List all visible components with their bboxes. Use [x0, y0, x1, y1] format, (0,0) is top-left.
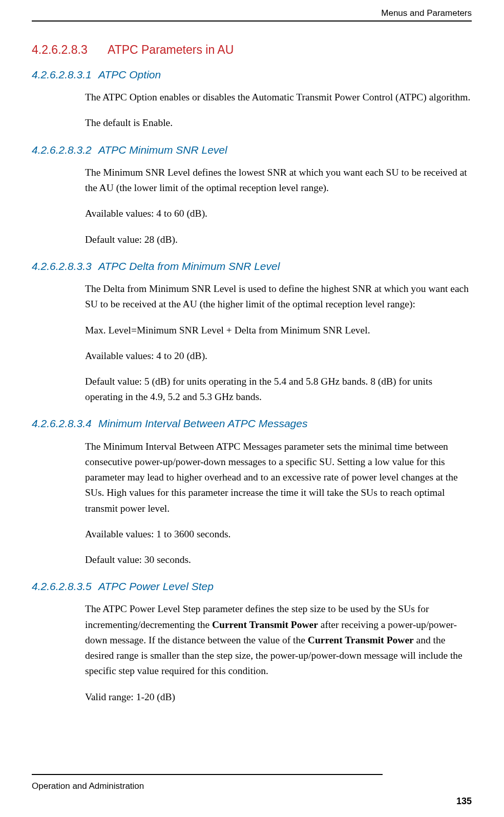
subsection-heading: 4.2.6.2.8.3.4Minimum Interval Between AT…	[32, 417, 472, 430]
body-block: The Delta from Minimum SNR Level is used…	[85, 281, 472, 405]
bold-text: Current Transmit Power	[212, 619, 318, 630]
paragraph: Available values: 4 to 20 (dB).	[85, 348, 472, 364]
subsection-heading: 4.2.6.2.8.3.5ATPC Power Level Step	[32, 580, 472, 593]
paragraph: Default value: 30 seconds.	[85, 552, 472, 568]
subsection-title: Minimum Interval Between ATPC Messages	[98, 417, 307, 429]
subsection-title: ATPC Power Level Step	[98, 580, 214, 592]
subsection-title: ATPC Option	[98, 69, 161, 80]
content-area: 4.2.6.2.8.3ATPC Parameters in AU 4.2.6.2…	[32, 43, 472, 715]
paragraph: Available values: 1 to 3600 seconds.	[85, 527, 472, 542]
bold-text: Current Transmit Power	[308, 635, 414, 645]
paragraph: Default value: 5 (dB) for units operatin…	[85, 374, 472, 405]
paragraph: Valid range: 1-20 (dB)	[85, 689, 472, 705]
paragraph: The default is Enable.	[85, 115, 472, 131]
subsection-number: 4.2.6.2.8.3.5	[32, 580, 98, 593]
section-title: ATPC Parameters in AU	[108, 43, 234, 56]
header-section-title: Menus and Parameters	[381, 8, 472, 18]
subsection-number: 4.2.6.2.8.3.3	[32, 260, 98, 273]
body-block: The ATPC Power Level Step parameter defi…	[85, 601, 472, 704]
footer-rule	[32, 774, 383, 775]
paragraph: Max. Level=Minimum SNR Level + Delta fro…	[85, 323, 472, 338]
section-heading: 4.2.6.2.8.3ATPC Parameters in AU	[32, 43, 472, 57]
page: Menus and Parameters 4.2.6.2.8.3ATPC Par…	[0, 0, 504, 817]
paragraph: Default value: 28 (dB).	[85, 232, 472, 247]
section-number: 4.2.6.2.8.3	[32, 43, 108, 57]
subsection-number: 4.2.6.2.8.3.2	[32, 143, 98, 157]
footer-left: Operation and Administration	[32, 781, 144, 791]
paragraph: The Minimum Interval Between ATPC Messag…	[85, 439, 472, 516]
paragraph: Available values: 4 to 60 (dB).	[85, 206, 472, 221]
paragraph: The ATPC Power Level Step parameter defi…	[85, 601, 472, 679]
subsection-number: 4.2.6.2.8.3.4	[32, 417, 98, 430]
body-block: The ATPC Option enables or disables the …	[85, 90, 472, 131]
header-rule	[32, 20, 472, 22]
subsection-heading: 4.2.6.2.8.3.1ATPC Option	[32, 68, 472, 81]
subsection-number: 4.2.6.2.8.3.1	[32, 68, 98, 81]
body-block: The Minimum SNR Level defines the lowest…	[85, 165, 472, 247]
subsection-title: ATPC Delta from Minimum SNR Level	[98, 260, 280, 272]
subsection-heading: 4.2.6.2.8.3.2ATPC Minimum SNR Level	[32, 143, 472, 157]
page-number: 135	[456, 796, 472, 807]
body-block: The Minimum Interval Between ATPC Messag…	[85, 439, 472, 568]
paragraph: The ATPC Option enables or disables the …	[85, 90, 472, 105]
paragraph: The Delta from Minimum SNR Level is used…	[85, 281, 472, 312]
paragraph: The Minimum SNR Level defines the lowest…	[85, 165, 472, 196]
subsection-title: ATPC Minimum SNR Level	[98, 144, 227, 156]
subsection-heading: 4.2.6.2.8.3.3ATPC Delta from Minimum SNR…	[32, 260, 472, 273]
